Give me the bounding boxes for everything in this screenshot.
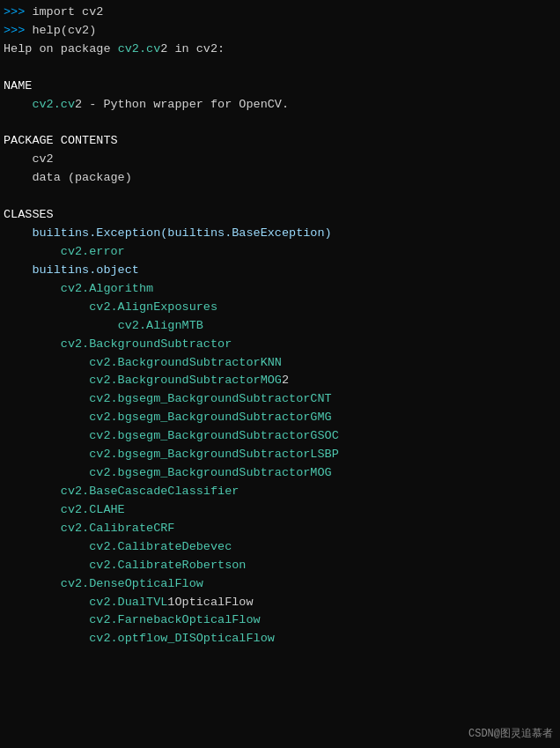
terminal-line: cv2.FarnebackOpticalFlow bbox=[0, 611, 560, 630]
terminal-line: PACKAGE CONTENTS bbox=[0, 132, 560, 151]
terminal-line: cv2.BaseCascadeClassifier bbox=[0, 483, 560, 501]
terminal-line: cv2.error bbox=[0, 243, 560, 262]
terminal-line bbox=[0, 188, 560, 206]
terminal-line: cv2.CalibrateRobertson bbox=[0, 557, 560, 575]
terminal-line: cv2.CLAHE bbox=[0, 501, 560, 520]
terminal-line: cv2.bgsegm_BackgroundSubtractorCNT bbox=[0, 390, 560, 409]
terminal-line: CLASSES bbox=[0, 206, 560, 225]
terminal-line: cv2.AlignExposures bbox=[0, 299, 560, 317]
terminal-line: cv2.DenseOpticalFlow bbox=[0, 575, 560, 594]
terminal-line: builtins.Exception(builtins.BaseExceptio… bbox=[0, 225, 560, 243]
watermark: CSDN@图灵追慕者 bbox=[468, 726, 553, 741]
terminal-line: cv2.BackgroundSubtractorKNN bbox=[0, 354, 560, 373]
terminal-line bbox=[0, 59, 560, 78]
terminal-line: cv2.optflow_DISOpticalFlow bbox=[0, 630, 560, 648]
terminal-line: cv2.cv2 - Python wrapper for OpenCV. bbox=[0, 96, 560, 115]
terminal-line: >>> import cv2 bbox=[0, 4, 560, 22]
terminal-line: cv2.bgsegm_BackgroundSubtractorGMG bbox=[0, 409, 560, 427]
terminal-line: cv2.bgsegm_BackgroundSubtractorMOG bbox=[0, 464, 560, 483]
terminal-line: cv2.BackgroundSubtractorMOG2 bbox=[0, 372, 560, 390]
terminal-line: cv2.BackgroundSubtractor bbox=[0, 336, 560, 354]
terminal-line: cv2.CalibrateCRF bbox=[0, 520, 560, 538]
terminal-line: cv2.bgsegm_BackgroundSubtractorGSOC bbox=[0, 427, 560, 446]
terminal-window: >>> import cv2>>> help(cv2)Help on packa… bbox=[0, 0, 560, 748]
terminal-line: builtins.object bbox=[0, 262, 560, 280]
terminal-line: cv2.Algorithm bbox=[0, 280, 560, 299]
terminal-line: NAME bbox=[0, 78, 560, 96]
terminal-line bbox=[0, 115, 560, 133]
terminal-line: cv2.DualTVL1OpticalFlow bbox=[0, 594, 560, 612]
terminal-line: cv2 bbox=[0, 151, 560, 169]
terminal-line: >>> help(cv2) bbox=[0, 22, 560, 41]
terminal-line: Help on package cv2.cv2 in cv2: bbox=[0, 41, 560, 59]
terminal-line: cv2.AlignMTB bbox=[0, 317, 560, 336]
terminal-line: cv2.bgsegm_BackgroundSubtractorLSBP bbox=[0, 446, 560, 464]
terminal-line: data (package) bbox=[0, 169, 560, 188]
terminal-line: cv2.CalibrateDebevec bbox=[0, 538, 560, 557]
